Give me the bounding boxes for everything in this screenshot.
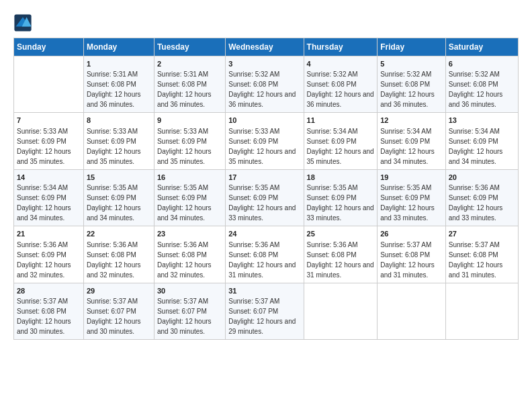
cell-sunrise: Sunrise: 5:37 AM [449, 241, 500, 248]
day-number: 14 [17, 173, 81, 183]
cell-daylight: Daylight: 12 hours and 36 minutes. [449, 91, 503, 108]
calendar-cell: 9Sunrise: 5:33 AMSunset: 6:09 PMDaylight… [154, 113, 225, 169]
cell-sunset: Sunset: 6:08 PM [87, 251, 136, 259]
logo [13, 13, 35, 32]
cell-sunset: Sunset: 6:09 PM [380, 138, 430, 145]
calendar-cell: 5Sunrise: 5:32 AMSunset: 6:08 PMDaylight… [378, 56, 446, 113]
cell-sunset: Sunset: 6:08 PM [380, 251, 430, 259]
cell-sunset: Sunset: 6:09 PM [228, 194, 278, 201]
cell-daylight: Daylight: 12 hours and 31 minutes. [380, 261, 435, 279]
calendar-cell: 27Sunrise: 5:37 AMSunset: 6:08 PMDayligh… [445, 226, 518, 283]
cell-sunset: Sunset: 6:09 PM [380, 194, 430, 201]
cell-daylight: Daylight: 12 hours and 33 minutes. [228, 204, 296, 222]
day-number: 15 [87, 173, 151, 183]
cell-sunrise: Sunrise: 5:37 AM [380, 241, 431, 248]
cell-sunrise: Sunrise: 5:35 AM [87, 184, 138, 191]
cell-sunset: Sunset: 6:08 PM [228, 251, 278, 259]
cell-sunset: Sunset: 6:08 PM [449, 251, 498, 259]
cell-sunrise: Sunrise: 5:33 AM [87, 128, 138, 135]
cell-sunset: Sunset: 6:08 PM [449, 81, 498, 88]
calendar-cell: 22Sunrise: 5:36 AMSunset: 6:08 PMDayligh… [83, 226, 154, 283]
cell-sunrise: Sunrise: 5:36 AM [228, 241, 279, 248]
cell-sunrise: Sunrise: 5:31 AM [157, 71, 208, 78]
calendar-cell [378, 283, 446, 339]
day-number: 6 [449, 59, 515, 69]
cell-sunset: Sunset: 6:08 PM [17, 308, 66, 315]
calendar-cell: 26Sunrise: 5:37 AMSunset: 6:08 PMDayligh… [378, 226, 446, 283]
cell-daylight: Daylight: 12 hours and 36 minutes. [380, 91, 435, 108]
calendar-cell: 21Sunrise: 5:36 AMSunset: 6:09 PMDayligh… [14, 226, 84, 283]
calendar-cell: 10Sunrise: 5:33 AMSunset: 6:09 PMDayligh… [226, 113, 304, 169]
day-number: 2 [157, 59, 222, 69]
cell-sunrise: Sunrise: 5:32 AM [307, 71, 358, 78]
weekday-header-monday: Monday [83, 38, 154, 56]
calendar-cell: 16Sunrise: 5:35 AMSunset: 6:09 PMDayligh… [154, 169, 225, 226]
cell-sunrise: Sunrise: 5:32 AM [380, 71, 431, 78]
cell-daylight: Daylight: 12 hours and 36 minutes. [157, 91, 212, 108]
day-number: 16 [157, 173, 222, 183]
calendar-cell: 13Sunrise: 5:34 AMSunset: 6:09 PMDayligh… [445, 113, 518, 169]
cell-sunset: Sunset: 6:09 PM [449, 194, 498, 201]
calendar-cell: 14Sunrise: 5:34 AMSunset: 6:09 PMDayligh… [14, 169, 84, 226]
calendar-cell: 4Sunrise: 5:32 AMSunset: 6:08 PMDaylight… [304, 56, 378, 113]
day-number: 19 [380, 173, 443, 183]
calendar-cell: 18Sunrise: 5:35 AMSunset: 6:09 PMDayligh… [304, 169, 378, 226]
week-row-4: 21Sunrise: 5:36 AMSunset: 6:09 PMDayligh… [14, 226, 519, 283]
calendar-cell: 29Sunrise: 5:37 AMSunset: 6:07 PMDayligh… [83, 283, 154, 339]
weekday-header-saturday: Saturday [445, 38, 518, 56]
cell-sunset: Sunset: 6:09 PM [157, 194, 207, 201]
weekday-header-sunday: Sunday [14, 38, 84, 56]
cell-sunrise: Sunrise: 5:34 AM [307, 128, 358, 135]
cell-sunset: Sunset: 6:09 PM [157, 138, 207, 145]
cell-sunrise: Sunrise: 5:35 AM [157, 184, 208, 191]
cell-daylight: Daylight: 12 hours and 31 minutes. [449, 261, 503, 279]
calendar-table: SundayMondayTuesdayWednesdayThursdayFrid… [13, 38, 519, 340]
cell-daylight: Daylight: 12 hours and 31 minutes. [228, 261, 296, 279]
cell-sunrise: Sunrise: 5:37 AM [17, 298, 68, 305]
calendar-cell: 23Sunrise: 5:36 AMSunset: 6:08 PMDayligh… [154, 226, 225, 283]
day-number: 27 [449, 229, 515, 239]
cell-daylight: Daylight: 12 hours and 33 minutes. [307, 204, 374, 222]
calendar-cell: 30Sunrise: 5:37 AMSunset: 6:07 PMDayligh… [154, 283, 225, 339]
cell-daylight: Daylight: 12 hours and 30 minutes. [157, 318, 212, 335]
cell-sunset: Sunset: 6:09 PM [17, 251, 66, 259]
weekday-header-wednesday: Wednesday [226, 38, 304, 56]
cell-daylight: Daylight: 12 hours and 34 minutes. [17, 204, 71, 222]
calendar-cell: 3Sunrise: 5:32 AMSunset: 6:08 PMDaylight… [226, 56, 304, 113]
cell-daylight: Daylight: 12 hours and 33 minutes. [380, 204, 435, 222]
day-number: 13 [449, 116, 515, 126]
day-number: 22 [87, 229, 151, 239]
cell-sunset: Sunset: 6:08 PM [380, 81, 430, 88]
day-number: 9 [157, 116, 222, 126]
calendar-cell: 6Sunrise: 5:32 AMSunset: 6:08 PMDaylight… [445, 56, 518, 113]
day-number: 28 [17, 286, 81, 296]
day-number: 29 [87, 286, 151, 296]
cell-daylight: Daylight: 12 hours and 34 minutes. [380, 148, 435, 165]
day-number: 4 [307, 59, 375, 69]
page-header [13, 13, 519, 32]
cell-sunrise: Sunrise: 5:35 AM [380, 184, 431, 191]
day-number: 17 [228, 173, 300, 183]
calendar-cell: 2Sunrise: 5:31 AMSunset: 6:08 PMDaylight… [154, 56, 225, 113]
cell-daylight: Daylight: 12 hours and 35 minutes. [17, 148, 71, 165]
cell-sunrise: Sunrise: 5:37 AM [157, 298, 208, 305]
cell-sunrise: Sunrise: 5:35 AM [228, 184, 279, 191]
day-number: 10 [228, 116, 300, 126]
cell-sunrise: Sunrise: 5:33 AM [157, 128, 208, 135]
cell-daylight: Daylight: 12 hours and 36 minutes. [228, 91, 296, 108]
cell-daylight: Daylight: 12 hours and 30 minutes. [87, 318, 141, 335]
cell-sunset: Sunset: 6:08 PM [157, 251, 207, 259]
day-number: 1 [87, 59, 151, 69]
cell-daylight: Daylight: 12 hours and 34 minutes. [157, 204, 212, 222]
cell-sunset: Sunset: 6:09 PM [87, 138, 136, 145]
cell-sunset: Sunset: 6:08 PM [228, 81, 278, 88]
cell-daylight: Daylight: 12 hours and 31 minutes. [307, 261, 374, 279]
cell-sunset: Sunset: 6:09 PM [449, 138, 498, 145]
cell-sunset: Sunset: 6:09 PM [228, 138, 278, 145]
week-row-3: 14Sunrise: 5:34 AMSunset: 6:09 PMDayligh… [14, 169, 519, 226]
cell-daylight: Daylight: 12 hours and 34 minutes. [87, 204, 141, 222]
cell-sunset: Sunset: 6:09 PM [87, 194, 136, 201]
weekday-header-tuesday: Tuesday [154, 38, 225, 56]
cell-daylight: Daylight: 12 hours and 29 minutes. [228, 318, 296, 335]
cell-sunset: Sunset: 6:07 PM [228, 308, 278, 315]
